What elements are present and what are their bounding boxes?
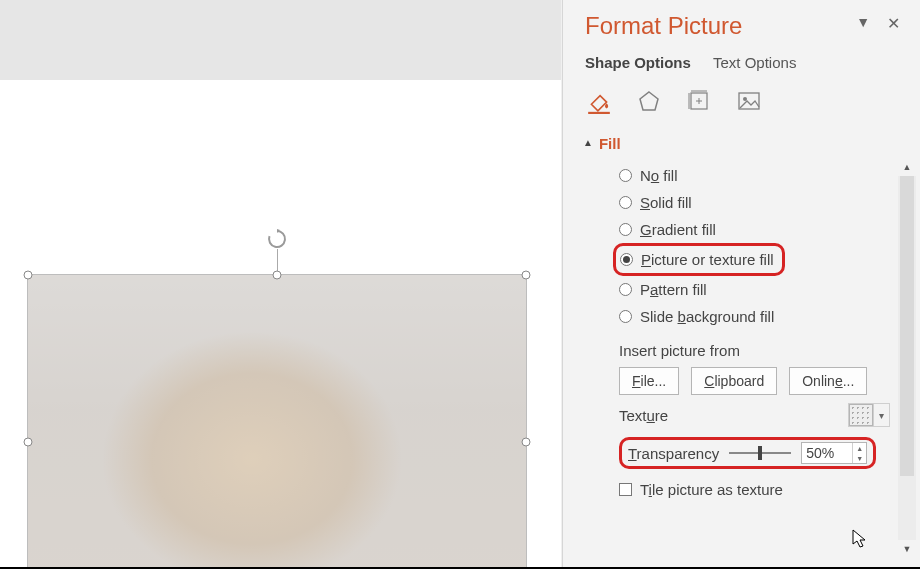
transparency-label: Transparency [628, 445, 719, 462]
picture-icon[interactable] [735, 87, 763, 115]
slider-thumb[interactable] [758, 446, 762, 460]
radio-icon [619, 223, 632, 236]
mouse-cursor-icon [852, 529, 868, 549]
scroll-track[interactable] [898, 176, 916, 540]
resize-handle-n[interactable] [273, 271, 282, 280]
fill-option-slide-bg[interactable]: Slide background fill [619, 303, 890, 330]
fill-option-picture[interactable]: Picture or texture fill [620, 248, 774, 271]
insert-clipboard-button[interactable]: Clipboard [691, 367, 777, 395]
radio-icon [619, 310, 632, 323]
fill-option-gradient[interactable]: Gradient fill [619, 216, 890, 243]
tile-label: Tile picture as texture [640, 481, 783, 498]
category-icons [563, 75, 920, 125]
spinner-down-icon[interactable]: ▼ [853, 453, 866, 463]
fill-option-none[interactable]: No fill [619, 162, 890, 189]
radio-icon [620, 253, 633, 266]
radio-icon [619, 283, 632, 296]
fill-options: No fill Solid fill Gradient fill Picture… [583, 156, 890, 332]
tile-checkbox-row[interactable]: Tile picture as texture [619, 481, 890, 498]
insert-file-button[interactable]: File... [619, 367, 679, 395]
transparency-overlay [28, 275, 526, 569]
panel-tabs: Shape Options Text Options [563, 48, 920, 75]
collapse-triangle-icon: ▲ [583, 137, 593, 148]
rotation-handle[interactable] [265, 227, 289, 251]
pentagon-icon[interactable] [635, 87, 663, 115]
texture-label: Texture [619, 407, 668, 424]
panel-scrollbar[interactable]: ▲ ▼ [898, 158, 916, 558]
scroll-thumb[interactable] [900, 176, 914, 476]
resize-handle-w[interactable] [24, 438, 33, 447]
transparency-row-highlight: Transparency ▲ ▼ [619, 437, 876, 469]
selected-picture[interactable] [28, 275, 526, 569]
chevron-down-icon: ▾ [873, 404, 889, 426]
scroll-up-icon[interactable]: ▲ [898, 158, 916, 176]
radio-icon [619, 169, 632, 182]
transparency-spinner[interactable]: ▲ ▼ [801, 442, 867, 464]
slide [0, 80, 561, 567]
format-picture-panel: Format Picture ▼ ✕ Shape Options Text Op… [562, 0, 920, 567]
insert-picture-group: Insert picture from File... Clipboard On… [583, 332, 890, 498]
transparency-slider[interactable] [729, 445, 791, 461]
texture-row: Texture ▾ [619, 403, 890, 427]
checkbox-icon [619, 483, 632, 496]
panel-options-dropdown[interactable]: ▼ [856, 14, 870, 30]
scroll-down-icon[interactable]: ▼ [898, 540, 916, 558]
panel-close-button[interactable]: ✕ [887, 14, 900, 33]
resize-handle-nw[interactable] [24, 271, 33, 280]
transparency-input[interactable] [802, 445, 852, 461]
fill-section: ▲ Fill No fill Solid fill Gradient fill … [563, 131, 920, 498]
svg-point-2 [743, 97, 747, 101]
panel-title: Format Picture [585, 12, 742, 40]
fill-option-solid[interactable]: Solid fill [619, 189, 890, 216]
slide-canvas [0, 0, 561, 567]
fill-heading: Fill [599, 135, 621, 152]
paint-bucket-icon[interactable] [585, 87, 613, 115]
tab-text-options[interactable]: Text Options [713, 54, 796, 75]
size-icon[interactable] [685, 87, 713, 115]
fill-option-pattern[interactable]: Pattern fill [619, 276, 890, 303]
spinner-up-icon[interactable]: ▲ [853, 443, 866, 453]
resize-handle-ne[interactable] [522, 271, 531, 280]
insert-picture-label: Insert picture from [619, 342, 890, 359]
texture-swatch-icon [849, 404, 873, 426]
insert-online-button[interactable]: Online... [789, 367, 867, 395]
texture-picker[interactable]: ▾ [848, 403, 890, 427]
resize-handle-e[interactable] [522, 438, 531, 447]
tab-shape-options[interactable]: Shape Options [585, 54, 691, 75]
radio-icon [619, 196, 632, 209]
fill-option-picture-highlight: Picture or texture fill [613, 243, 785, 276]
fill-section-header[interactable]: ▲ Fill [583, 131, 890, 156]
